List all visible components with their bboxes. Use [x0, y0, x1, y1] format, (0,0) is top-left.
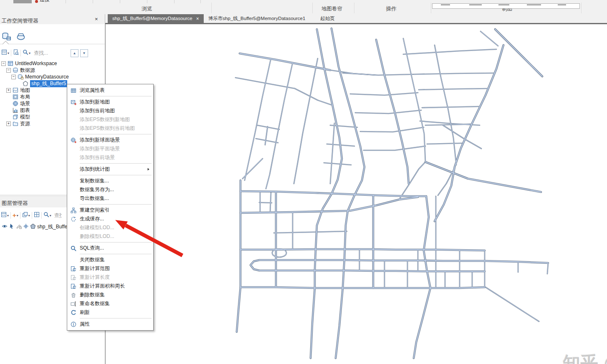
ribbon-group-label[interactable]: 地图卷帘	[321, 5, 342, 13]
find-previous-button[interactable]: ▲	[71, 49, 78, 57]
document-tab[interactable]: 起始页	[316, 14, 339, 23]
tree-item-MemoryDatasource[interactable]: −MemoryDatasource	[0, 73, 105, 80]
close-icon[interactable]: ×	[95, 16, 98, 22]
find-next-button[interactable]: ▼	[80, 49, 88, 57]
layer-manager-title: 图层管理器	[2, 200, 28, 207]
menu-item[interactable]: 重建空间索引	[67, 206, 153, 215]
menu-item[interactable]: 添加到统计图	[67, 165, 153, 174]
expand-icon[interactable]: +	[6, 121, 11, 126]
menu-item-label: 重新计算面积和周长	[80, 283, 147, 290]
search-icon[interactable]	[43, 212, 49, 219]
layer-label: shp_线_Buffer	[37, 223, 69, 230]
menu-item[interactable]: 浏览属性表	[67, 86, 153, 95]
add-layer-icon[interactable]: +	[13, 212, 16, 218]
menu-item[interactable]: 重新计算面积和周长	[67, 282, 153, 291]
ribbon-group-label[interactable]: 浏览	[142, 5, 152, 13]
ribbon-separator	[431, 3, 431, 13]
connect-button[interactable]: 连接	[35, 0, 50, 3]
tree-item-label[interactable]: MemoryDatasource	[25, 74, 69, 80]
menu-separator	[80, 134, 152, 134]
menu-item[interactable]: 导出数据集...	[67, 194, 153, 203]
menu-item-label: 创建模型LOD...	[80, 224, 147, 231]
locate-dataset-icon[interactable]	[13, 49, 19, 57]
edit-lock-icon[interactable]	[16, 223, 22, 230]
document-tab-label: shp_线_Buffer5@MemoryDatasource	[112, 15, 192, 22]
menu-item-label: 添加到统计图	[80, 166, 147, 173]
tab-divider	[0, 44, 105, 47]
application-window: 连接 浏览地图卷帘操作制图 shp_线_Buffer5@MemoryDataso…	[0, 0, 607, 364]
menu-item-label: 复制数据集...	[80, 177, 147, 185]
menu-item[interactable]: 生成缓存...	[67, 215, 153, 223]
layer-options-icon[interactable]	[1, 212, 7, 219]
document-tab[interactable]: 博乐市shp_线_Buffer5@MemoryDatasource1	[204, 14, 310, 23]
workspace-search-input[interactable]	[33, 50, 69, 56]
clipped-toolbar-button[interactable]	[13, 0, 32, 3]
tree-item-label[interactable]: 模型	[20, 114, 30, 121]
menu-item[interactable]: 删除数据集	[67, 291, 153, 299]
layer-search-input[interactable]	[53, 212, 63, 219]
chart-icon	[12, 107, 19, 113]
legend-icon[interactable]	[34, 212, 40, 219]
menu-item[interactable]: 添加到新地图	[67, 98, 153, 106]
collapse-icon[interactable]: −	[1, 61, 6, 66]
layers-icon[interactable]	[22, 212, 28, 219]
menu-item-label: 重新计算长度	[80, 274, 147, 281]
layer-geometry-icon	[30, 223, 36, 230]
toolbar-separator	[120, 0, 120, 3]
menu-item[interactable]: 数据集另存为...	[67, 185, 153, 194]
menu-item[interactable]: 属性	[67, 320, 153, 329]
view-options-icon[interactable]	[1, 49, 7, 57]
menu-item-label: 添加到新平面场景	[80, 145, 147, 152]
ribbon-separator	[211, 3, 212, 13]
menu-item-label: SQL查询...	[80, 245, 147, 252]
menu-item: 删除模型LOD...	[67, 232, 153, 241]
tree-item-label[interactable]: 布局	[20, 94, 30, 101]
menu-item[interactable]: 重命名数据集	[67, 299, 153, 308]
recalc-icon	[67, 283, 80, 289]
recalc-gray-icon	[67, 275, 80, 281]
selectable-cursor-icon[interactable]	[9, 223, 15, 230]
snap-icon[interactable]	[23, 223, 29, 230]
menu-item-label: 添加EPS数据到新地图	[80, 116, 147, 123]
ribbon-group-label[interactable]: 操作	[386, 5, 397, 13]
tree-item-label[interactable]: 地图	[20, 87, 30, 94]
menu-item[interactable]: 复制数据集...	[67, 177, 153, 185]
menu-item: 添加EPS数据到新地图	[67, 115, 153, 124]
tree-item-label[interactable]: 图表	[20, 107, 30, 114]
chevron-down-icon: ▾	[50, 214, 51, 217]
expand-icon[interactable]: +	[6, 88, 11, 93]
document-tab-label: 起始页	[320, 15, 335, 22]
search-icon[interactable]	[23, 49, 28, 57]
menu-item[interactable]: 添加到当前地图	[67, 106, 153, 115]
scene-icon	[12, 101, 19, 106]
menu-item[interactable]: SQL查询...	[67, 244, 153, 253]
tab-close-icon[interactable]: ×	[196, 17, 199, 21]
document-tab-bar: shp_线_Buffer5@MemoryDatasource×博乐市shp_线_…	[105, 14, 607, 23]
menu-item-label: 添加到当前场景	[80, 154, 147, 161]
menu-item-label: 重建空间索引	[80, 207, 147, 214]
workspace-panel-tabs	[0, 32, 25, 43]
menu-separator	[80, 163, 152, 164]
menu-item[interactable]: 刷新	[67, 308, 153, 317]
visibility-eye-icon[interactable]	[2, 223, 8, 230]
tree-item-label[interactable]: shp_线_Buffer5	[30, 80, 67, 87]
tree-item-数据源[interactable]: −数据源	[0, 67, 105, 73]
document-tab[interactable]: shp_线_Buffer5@MemoryDatasource×	[108, 14, 204, 23]
collapse-icon[interactable]: −	[6, 68, 11, 73]
menu-item-label: 刷新	[80, 309, 147, 316]
tree-item-label[interactable]: 场景	[20, 100, 30, 107]
menu-item[interactable]: 重新计算范围	[67, 264, 153, 273]
menu-item[interactable]: 关闭数据集	[67, 255, 153, 264]
tree-item-label[interactable]: 数据源	[20, 67, 35, 74]
clipped-text-fragment	[441, 4, 450, 5]
datasource-tab-icon[interactable]	[16, 32, 25, 43]
tree-item-UntitledWorkspace[interactable]: −UntitledWorkspace	[0, 60, 105, 67]
map-viewport[interactable]: 知乎 @腾飞主笔	[105, 24, 607, 364]
tree-item-label[interactable]: UntitledWorkspace	[15, 61, 57, 66]
menu-separator	[80, 242, 152, 243]
tree-item-label[interactable]: 资源	[20, 120, 30, 127]
toolbar-separator	[66, 0, 66, 3]
collapse-icon[interactable]: −	[11, 75, 16, 79]
workspace-tab-icon[interactable]	[2, 32, 11, 43]
menu-item[interactable]: 添加到新球面场景	[67, 136, 153, 144]
